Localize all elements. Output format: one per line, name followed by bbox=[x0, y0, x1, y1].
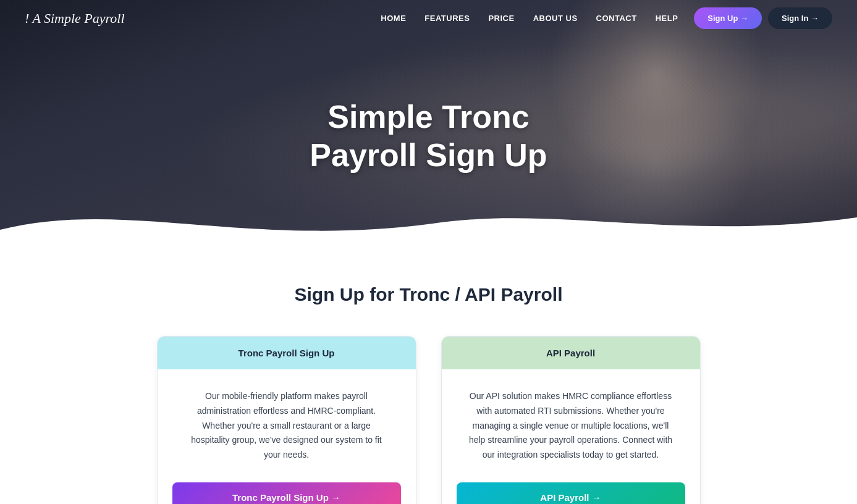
tronc-card: Tronc Payroll Sign Up Our mobile-friendl… bbox=[157, 336, 416, 504]
nav-features[interactable]: FEATURES bbox=[417, 9, 477, 28]
hero-title: Simple Tronc Payroll Sign Up bbox=[310, 98, 547, 175]
nav-contact[interactable]: CONTACT bbox=[589, 9, 644, 28]
navbar: ! A Simple Payroll HOME FEATURES PRICE A… bbox=[0, 0, 857, 36]
nav-links: HOME FEATURES PRICE ABOUT US CONTACT HEL… bbox=[373, 7, 832, 29]
hero-content: Simple Tronc Payroll Sign Up bbox=[0, 0, 857, 247]
api-card-header: API Payroll bbox=[442, 337, 700, 369]
signup-button[interactable]: Sign Up → bbox=[694, 7, 762, 29]
api-card: API Payroll Our API solution makes HMRC … bbox=[441, 336, 701, 504]
tronc-signup-button[interactable]: Tronc Payroll Sign Up → bbox=[172, 482, 401, 504]
site-logo: ! A Simple Payroll bbox=[25, 10, 125, 27]
nav-home[interactable]: HOME bbox=[373, 9, 413, 28]
hero-section: Simple Tronc Payroll Sign Up bbox=[0, 0, 857, 247]
nav-price[interactable]: PRICE bbox=[481, 9, 521, 28]
signin-button[interactable]: Sign In → bbox=[768, 7, 832, 29]
tronc-card-body: Our mobile-friendly platform makes payro… bbox=[158, 369, 416, 482]
section-title: Sign Up for Tronc / API Payroll bbox=[25, 284, 832, 305]
nav-about[interactable]: ABOUT US bbox=[526, 9, 585, 28]
tronc-card-header: Tronc Payroll Sign Up bbox=[158, 337, 416, 369]
api-payroll-button[interactable]: API Payroll → bbox=[457, 482, 685, 504]
nav-help[interactable]: HELP bbox=[648, 9, 686, 28]
tronc-card-footer: Tronc Payroll Sign Up → bbox=[158, 482, 416, 504]
cards-row: Tronc Payroll Sign Up Our mobile-friendl… bbox=[89, 336, 769, 504]
api-card-footer: API Payroll → bbox=[442, 482, 700, 504]
main-content: Sign Up for Tronc / API Payroll Tronc Pa… bbox=[0, 247, 857, 504]
api-card-body: Our API solution makes HMRC compliance e… bbox=[442, 369, 700, 482]
